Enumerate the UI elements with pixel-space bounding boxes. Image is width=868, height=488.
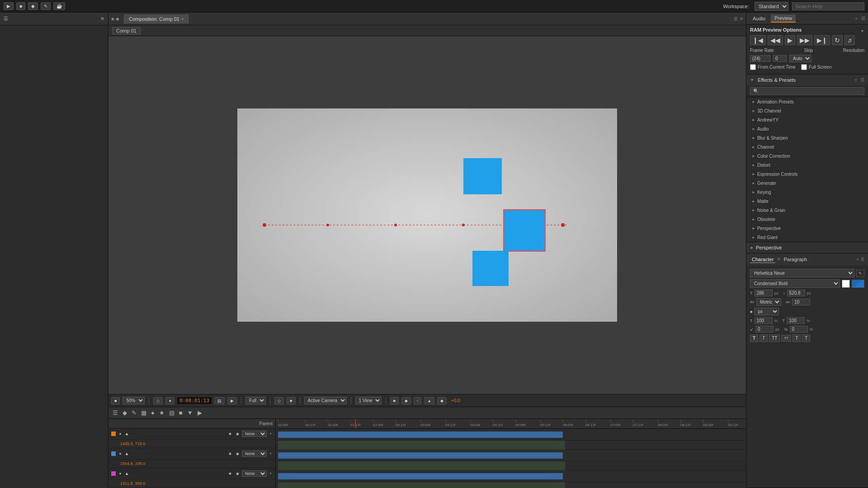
effect-channel[interactable]: ► Channel — [746, 142, 868, 151]
effect-audio[interactable]: ► Audio — [746, 124, 868, 133]
effects-header[interactable]: ▼ Effects & Presets × ☰ — [746, 75, 868, 85]
zoom-select[interactable]: 50% — [123, 397, 145, 404]
vbb-overlay-btn[interactable]: ▲ — [424, 397, 434, 404]
audio-tab[interactable]: Audio — [749, 15, 769, 22]
toolbar-btn-5[interactable]: ☕ — [53, 2, 65, 10]
layer-lock-1[interactable]: ■ — [227, 431, 233, 436]
paragraph-tab[interactable]: Paragraph — [782, 256, 809, 263]
timeline-tracks[interactable]: 00:00f 00:12f 01:00f 01:12f 02:00f 02:12… — [276, 419, 746, 488]
tl-btn-7[interactable]: ▤ — [168, 409, 176, 417]
baseline-pct-field[interactable] — [790, 326, 808, 333]
vbb-fast-btn[interactable]: ◇ — [274, 397, 284, 404]
resolution-select[interactable]: Full — [245, 397, 266, 404]
leading-field[interactable] — [787, 290, 805, 296]
layer-vis-2[interactable]: ● — [118, 451, 123, 456]
blue-square-3[interactable] — [472, 251, 509, 286]
toolbar-btn-4[interactable]: ✎ — [41, 2, 51, 10]
viewer[interactable] — [108, 36, 746, 394]
vbb-grid2-btn[interactable]: ▫ — [414, 397, 421, 404]
right-panel-close[interactable]: × — [855, 16, 858, 21]
from-current-checkbox[interactable] — [750, 64, 756, 70]
font-size-field[interactable] — [755, 290, 773, 296]
prev-back-btn[interactable]: ◀◀ — [768, 35, 783, 45]
parent-select-3[interactable]: None — [242, 470, 267, 477]
effects-search-input[interactable] — [750, 87, 864, 95]
tl-btn-8[interactable]: ■ — [178, 409, 184, 417]
font-style-select[interactable]: Condensed Bold — [750, 279, 840, 288]
toolbar-btn-2[interactable]: ■ — [16, 2, 25, 10]
comp-panel-menu[interactable]: ☰ — [734, 16, 738, 21]
camera-select[interactable]: Active Camera — [304, 397, 347, 404]
timecode-display[interactable]: 0:00:01:13 — [177, 397, 212, 404]
style-caps-btn[interactable]: TT — [769, 334, 780, 342]
vbb-audio-btn[interactable]: ▶ — [227, 397, 237, 404]
skip-field[interactable] — [773, 55, 787, 62]
track-bar-3[interactable] — [278, 473, 563, 479]
layer-lock-2[interactable]: ■ — [227, 451, 233, 456]
parent-select-1[interactable]: None — [242, 431, 267, 437]
comp-tab-close[interactable]: × — [181, 17, 184, 21]
layer-fx-1[interactable]: ◆ — [235, 431, 240, 436]
layer-vis-3[interactable]: ● — [118, 471, 123, 476]
tl-btn-4[interactable]: ▦ — [140, 409, 148, 417]
effects-menu[interactable]: ☰ — [861, 78, 864, 82]
font-color-box-white[interactable] — [842, 280, 850, 288]
effect-3d-channel[interactable]: ► 3D Channel — [746, 106, 868, 115]
parent-dropdown-2[interactable]: ▼ — [269, 451, 273, 456]
style-super-btn[interactable]: T — [793, 334, 801, 342]
comp-panel-close[interactable]: ✕ — [740, 16, 743, 21]
effect-obsolete[interactable]: ► Obsolete — [746, 215, 868, 224]
tl-btn-6[interactable]: ★ — [158, 409, 166, 417]
metrics-select[interactable]: Metrics — [756, 298, 781, 306]
layer-fx-2[interactable]: ◆ — [235, 451, 240, 456]
blue-square-1[interactable] — [463, 158, 502, 194]
prev-play-btn[interactable]: ▶ — [785, 35, 795, 45]
preview-tab[interactable]: Preview — [771, 14, 796, 23]
tl-btn-2[interactable]: ◆ — [121, 409, 128, 417]
effect-red-giant[interactable]: ► Red Giant — [746, 233, 868, 242]
vbb-info-btn[interactable]: ● — [165, 397, 174, 404]
tl-btn-10[interactable]: ▶ — [196, 409, 203, 417]
vbb-mask-btn[interactable]: ■ — [390, 397, 399, 404]
blue-square-2[interactable] — [504, 210, 545, 251]
parent-select-2[interactable]: None — [242, 450, 267, 457]
char-close[interactable]: × — [857, 257, 859, 262]
vbb-snap-btn[interactable]: ◇ — [153, 397, 163, 404]
effect-expression-controls[interactable]: ► Expression Controls — [746, 169, 868, 178]
layer-vis-1[interactable]: ● — [118, 431, 123, 436]
comp-tab-active[interactable]: Composition: Comp 01 × — [124, 14, 189, 23]
resolution-select-preview[interactable]: Auto — [789, 55, 811, 62]
full-screen-checkbox[interactable] — [801, 64, 807, 70]
track-bar-2[interactable] — [278, 452, 563, 459]
toolbar-btn-1[interactable]: ▶ — [4, 2, 14, 10]
parent-dropdown-3[interactable]: ▼ — [269, 471, 273, 476]
font-color-preview[interactable] — [852, 280, 864, 288]
style-italic-btn[interactable]: T — [760, 334, 768, 342]
toolbar-btn-3[interactable]: ◆ — [28, 2, 38, 10]
playhead[interactable] — [355, 419, 356, 428]
tl-btn-1[interactable]: ☰ — [111, 409, 119, 417]
effects-close[interactable]: × — [855, 78, 857, 82]
font-name-select[interactable]: Helvetica Neue — [750, 269, 854, 277]
parent-dropdown-1[interactable]: ▼ — [269, 432, 273, 436]
prev-fwd-btn[interactable]: ▶▶ — [797, 35, 812, 45]
style-sub-btn[interactable]: T — [802, 334, 810, 342]
hscale-field[interactable] — [755, 317, 773, 324]
prev-first-btn[interactable]: ❙◀ — [750, 35, 766, 45]
prev-loop-btn[interactable]: ↻ — [832, 35, 843, 45]
vbb-camera-btn[interactable]: ▤ — [214, 397, 225, 404]
baseline-field[interactable] — [755, 326, 774, 333]
workspace-select[interactable]: Standard — [755, 2, 788, 11]
left-sidebar-close[interactable]: ✕ — [100, 16, 104, 22]
vscale-field[interactable] — [787, 317, 805, 324]
style-bold-btn[interactable]: T — [750, 334, 758, 342]
effect-blur-sharpen[interactable]: ► Blur & Sharpen — [746, 133, 868, 142]
effect-noise-grain[interactable]: ► Noise & Grain — [746, 206, 868, 215]
character-tab[interactable]: Character — [750, 256, 775, 263]
prev-audio-btn[interactable]: ♬ — [844, 35, 855, 45]
tl-btn-9[interactable]: ▼ — [186, 409, 194, 417]
character-header[interactable]: Character × Paragraph × ☰ — [746, 253, 868, 265]
vbb-motion-btn[interactable]: ◆ — [437, 397, 447, 404]
vbb-grid-btn[interactable]: ■ — [111, 397, 120, 404]
tl-btn-5[interactable]: ● — [150, 409, 156, 417]
